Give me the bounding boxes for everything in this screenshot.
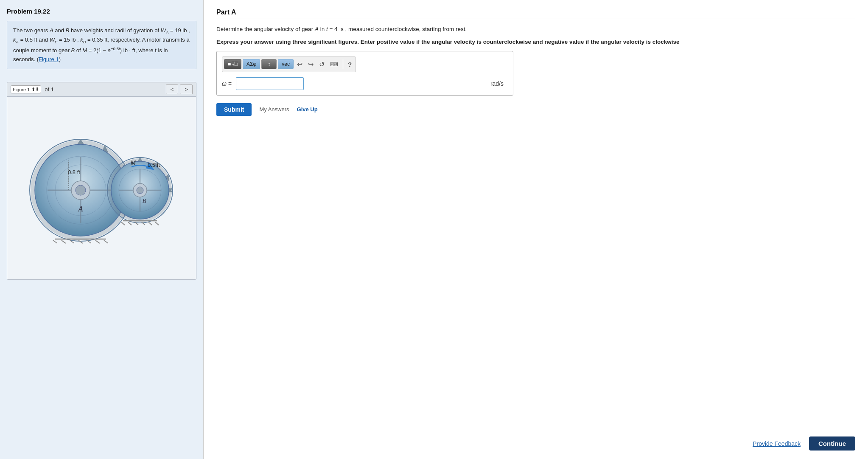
vec-button[interactable]: vec [278,59,294,69]
omega-label: ω = [222,80,232,87]
sigma-label: ΑΣφ [246,61,256,67]
description-text: The two gears A and B have weights and r… [13,27,190,62]
unit-label: rad/s [490,80,508,87]
submit-button[interactable]: Submit [216,103,252,116]
vec-label: vec [282,61,290,67]
redo-button[interactable]: ↪ [306,59,316,70]
my-answers-link[interactable]: My Answers [259,106,289,113]
problem-instruction: Determine the angular velocity of gear A… [216,25,855,34]
svg-text:M: M [131,159,136,166]
figure-select[interactable]: Figure 1 ⬆⬇ [11,85,41,93]
problem-description: The two gears A and B have weights and r… [7,21,196,69]
svg-line-35 [121,222,125,225]
refresh-button[interactable]: ↺ [317,59,327,70]
svg-text:A: A [78,205,83,213]
svg-text:0.5 ft: 0.5 ft [148,162,160,168]
help-button[interactable]: ? [346,59,354,70]
bottom-actions: Provide Feedback Continue [216,428,855,451]
action-row: Submit My Answers Give Up [216,103,855,116]
left-panel: Problem 19.22 The two gears A and B have… [0,0,204,459]
figure-header: Figure 1 ⬆⬇ of 1 < > [7,82,196,97]
gears-svg: A 0.8 ft [21,107,182,269]
toolbar-divider [343,59,343,69]
svg-text:0.8 ft: 0.8 ft [68,169,80,175]
figure-link[interactable]: Figure 1 [39,56,59,62]
give-up-link[interactable]: Give Up [297,106,318,113]
figure-label: Figure 1 [13,87,30,92]
svg-point-6 [76,185,86,195]
part-label: Part A [216,8,855,19]
problem-title: Problem 19.22 [7,8,196,15]
svg-line-40 [155,222,159,225]
right-panel: Part A Determine the angular velocity of… [204,0,868,459]
svg-line-14 [62,240,66,243]
svg-line-19 [104,240,108,243]
express-instruction: Express your answer using three signific… [216,38,855,46]
figure-panel: Figure 1 ⬆⬇ of 1 < > [7,82,196,280]
arrows-icon: ↕ [268,61,270,67]
svg-line-13 [53,240,57,243]
continue-button[interactable]: Continue [809,436,855,451]
figure-image-area: A 0.8 ft [7,97,196,279]
svg-line-18 [95,240,100,243]
sqrt-button[interactable]: ■ √□ [224,59,241,69]
keyboard-button[interactable]: ⌨ [328,59,340,69]
undo-button[interactable]: ↩ [295,59,305,70]
chevron-icon: ⬆⬇ [31,87,39,92]
sigma-button[interactable]: ΑΣφ [243,59,260,69]
answer-input[interactable] [236,77,304,90]
figure-prev-button[interactable]: < [166,84,179,94]
figure-of-label: of 1 [45,86,54,93]
math-toolbar: ■ √□ ΑΣφ ↕ vec ↩ ↪ ↺ ⌨ ? [222,56,356,72]
input-row: ω = rad/s [222,77,508,90]
figure-next-button[interactable]: > [180,84,193,94]
svg-line-39 [148,222,152,225]
provide-feedback-link[interactable]: Provide Feedback [753,440,801,447]
sqrt-icon: ■ [228,61,231,67]
svg-point-28 [137,187,143,194]
arrows-button[interactable]: ↕ [261,59,277,69]
svg-text:B: B [142,197,146,204]
answer-box: ■ √□ ΑΣφ ↕ vec ↩ ↪ ↺ ⌨ ? ω = rad/s [216,51,513,96]
svg-line-36 [128,222,132,225]
